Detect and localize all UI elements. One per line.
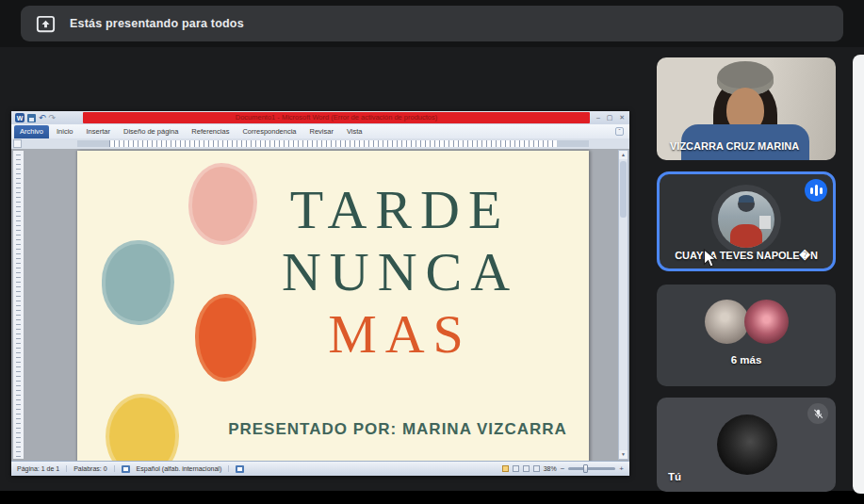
scroll-up-icon[interactable]: ▲ [619,151,628,159]
tab-referencias[interactable]: Referencias [186,125,235,138]
tab-inicio[interactable]: Inicio [51,125,79,138]
avatar [744,300,789,344]
tab-archivo[interactable]: Archivo [14,125,49,138]
word-titlebar: W ↶ ↷ Documento1 - Microsoft Word (Error… [11,111,629,124]
participant-tile-self[interactable]: Tú [657,398,836,492]
web-layout-view-icon[interactable] [523,465,530,472]
participant-name: CUAYLA TEVES NAPOLE�N [663,250,829,262]
tab-vista[interactable]: Vista [341,125,368,138]
participant-name: VIZCARRA CRUZ MARINA [670,140,799,152]
avatar [718,191,774,248]
quick-access-toolbar[interactable]: W ↶ ↷ [11,111,81,124]
tab-stop-selector[interactable] [13,139,22,148]
participant-tile-overflow-group[interactable]: 6 más [657,285,836,386]
audio-level-icon [805,179,827,202]
avatar-background-detail [759,216,771,229]
self-label: Tú [668,471,681,482]
title-line-1: TARDE [233,179,567,241]
title-line-3: MAS [233,303,567,366]
undo-icon[interactable]: ↶ [39,114,46,122]
ruler-right-margin [557,140,589,147]
participant-tile-cuayla-active-speaker[interactable]: CUAYLA TEVES NAPOLE�N [657,171,836,271]
present-to-all-icon [34,12,57,35]
zoom-out-button[interactable]: − [561,465,565,473]
bottom-letterbox [0,491,864,504]
scrollbar-thumb[interactable] [620,161,627,218]
tab-diseno-de-pagina[interactable]: Diseño de página [118,125,184,138]
document-title: TARDE NUNCA MAS [233,179,567,366]
zoom-in-button[interactable]: + [619,465,624,473]
overflow-count-label: 6 más [657,354,836,366]
word-count-indicator[interactable]: Palabras: 0 [73,465,114,472]
macro-record-icon[interactable] [236,465,244,473]
shared-screen-word-window: W ↶ ↷ Documento1 - Microsoft Word (Error… [11,111,629,476]
draft-view-icon[interactable] [533,465,540,472]
page-count-indicator[interactable]: Página: 1 de 1 [17,465,67,472]
language-indicator[interactable]: Español (alfab. internacional) [137,465,230,472]
spellcheck-icon[interactable] [122,465,130,473]
close-button[interactable]: ✕ [619,113,625,122]
word-logo-icon[interactable]: W [15,113,24,122]
zoom-slider[interactable] [568,467,615,470]
presenting-banner: Estás presentando para todos [21,6,843,41]
presenting-banner-text: Estás presentando para todos [70,17,244,30]
tab-correspondencia[interactable]: Correspondencia [236,125,302,138]
document-subtitle: PRESENTADO POR: MARINA VIZCARRA [209,420,586,439]
print-layout-view-icon[interactable] [502,465,509,472]
fullscreen-view-icon[interactable] [513,465,519,472]
document-area: TARDE NUNCA MAS PRESENTADO POR: MARINA V… [11,149,629,461]
minimize-button[interactable]: – [596,113,600,122]
avatar [705,300,749,344]
word-title: Documento1 - Microsoft Word (Error de ac… [83,112,590,123]
tab-insertar[interactable]: Insertar [81,125,116,138]
maximize-button[interactable]: ▢ [607,113,613,122]
horizontal-ruler [11,138,629,149]
participant-tile-vizcarra[interactable]: VIZCARRA CRUZ MARINA [657,57,836,160]
yellow-blob-decoration [106,394,179,461]
blue-blob-decoration [102,240,174,325]
ribbon-tab-bar: Archivo Inicio Insertar Diseño de página… [11,124,629,138]
mic-off-icon [807,403,828,424]
ruler-left-margin [77,140,109,147]
side-panel-edge [853,55,864,494]
save-icon[interactable] [27,114,36,122]
ruler-scale [77,140,589,147]
vertical-scrollbar[interactable]: ▲ ▼ [618,150,628,460]
zoom-controls: 38% − + [502,465,624,473]
redo-icon[interactable]: ↷ [49,114,57,122]
vertical-ruler [13,151,24,459]
title-line-2: NUNCA [233,241,567,303]
tab-revisar[interactable]: Revisar [304,125,339,138]
word-statusbar: Página: 1 de 1 Palabras: 0 Español (alfa… [11,461,629,476]
mouse-cursor [703,249,719,274]
zoom-level[interactable]: 38% [544,465,557,472]
google-meet-window: Estás presentando para todos W ↶ ↷ Docum… [0,0,864,504]
group-avatars [657,300,836,344]
avatar-jacket [730,224,762,248]
document-page: TARDE NUNCA MAS PRESENTADO POR: MARINA V… [77,151,589,461]
avatar [717,415,777,475]
scroll-down-icon[interactable]: ▼ [619,450,628,459]
ribbon-collapse-icon[interactable]: ˆ [615,127,624,136]
avatar-cap [739,195,754,203]
window-controls: – ▢ ✕ [592,113,629,122]
zoom-slider-thumb[interactable] [583,464,588,473]
